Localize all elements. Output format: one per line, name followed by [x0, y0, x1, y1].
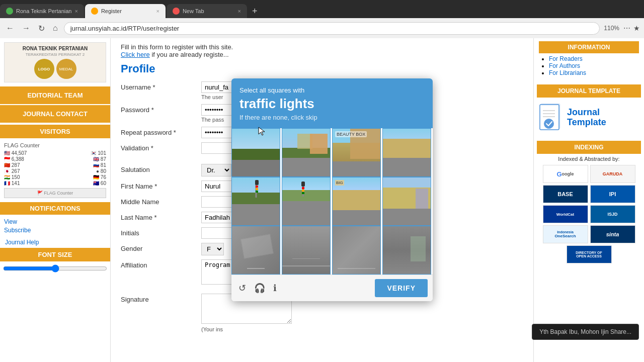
worldcat-logo: WorldCat — [543, 205, 588, 223]
captcha-header-small: Select all squares with — [239, 86, 425, 94]
information-section: INFORMATION For Readers For Authors For … — [534, 38, 644, 81]
captcha-cell-2[interactable] — [282, 128, 331, 177]
visitors-section-title: VISITORS — [0, 125, 110, 138]
refresh-button[interactable]: ↻ — [36, 23, 47, 34]
for-authors-link[interactable]: For Authors — [549, 62, 580, 69]
first-name-label: First Name * — [121, 180, 201, 190]
editorial-team-button[interactable]: EDITORIAL TEAM — [0, 86, 110, 104]
indexing-logos: Google GARUDA BASE IPI WorldCat ISJD — [537, 165, 641, 263]
garuda-logo: GARUDA — [590, 165, 635, 183]
tab-newtab[interactable]: New Tab × — [167, 4, 247, 18]
forward-button[interactable]: → — [20, 23, 32, 34]
notifications-links: View Subscribe — [0, 215, 110, 237]
click-here-link[interactable]: Click here — [121, 51, 150, 58]
salutation-select[interactable]: Dr.Mr.Mrs.Ms. — [201, 164, 231, 176]
signature-label: Signature — [121, 294, 201, 303]
captcha-refresh-button[interactable]: ↺ — [236, 281, 248, 296]
for-readers-link[interactable]: For Readers — [549, 55, 583, 62]
indexing-subtitle: Indexed & Abstracted by: — [537, 156, 641, 162]
middle-name-label: Middle Name — [121, 196, 201, 206]
password-label: Password * — [121, 104, 201, 114]
captcha-header: Select all squares with traffic lights I… — [231, 78, 433, 128]
information-title: INFORMATION — [539, 41, 639, 53]
font-size-slider[interactable] — [3, 264, 107, 273]
base-logo: BASE — [543, 185, 588, 203]
tab-label-rona: Rona Teknik Pertanian — [16, 8, 71, 14]
profile-title: Profile — [121, 62, 523, 75]
font-size-bar[interactable] — [0, 261, 110, 277]
zoom-level: 110% — [604, 25, 619, 32]
captcha-cell-3[interactable]: BEAUTY BOX — [332, 128, 381, 177]
captcha-cell-6[interactable]: ✓ — [282, 177, 331, 226]
captcha-cell-11[interactable] — [332, 226, 381, 275]
google-scholar-logo: Google — [543, 165, 588, 183]
captcha-cell-9[interactable] — [231, 226, 280, 275]
affiliation-label: Affiliation — [121, 259, 201, 269]
flag-counter: FLAG Counter 🇺🇸 44,507🇰🇷 101 🇮🇩 6,388🇬🇧 … — [0, 138, 110, 202]
tab-close-rona[interactable]: × — [74, 8, 77, 14]
extensions-button[interactable]: ⋯ — [623, 24, 630, 32]
notifications-subscribe-link[interactable]: Subscribe — [4, 227, 31, 234]
tab-label-newtab: New Tab — [183, 8, 204, 14]
tab-favicon-newtab — [173, 8, 180, 15]
home-button[interactable]: ⌂ — [51, 23, 60, 34]
notification-popup: Yth Bapak Ibu, Mohon Ijin Share... — [532, 324, 639, 340]
tab-rona[interactable]: Rona Teknik Pertanian × — [0, 4, 84, 18]
captcha-verify-button[interactable]: VERIFY — [375, 279, 428, 297]
journal-template-content: Journal Template — [537, 101, 641, 135]
journal-template-text: Journal Template — [567, 108, 639, 128]
username-label: Username * — [121, 81, 201, 91]
address-bar: ← → ↻ ⌂ 110% ⋯ ★ — [0, 18, 644, 38]
tab-favicon-rona — [6, 8, 13, 15]
new-tab-button[interactable]: + — [248, 4, 262, 18]
tab-close-newtab[interactable]: × — [237, 8, 240, 14]
onesearch-logo: indonesia OneSearch — [543, 225, 588, 243]
captcha-grid: BEAUTY BOX ✓ — [231, 128, 433, 275]
back-button[interactable]: ← — [4, 23, 16, 34]
address-input[interactable] — [64, 22, 600, 35]
captcha-info-button[interactable]: ℹ — [271, 281, 279, 296]
notifications-title: NOTIFICATIONS — [0, 202, 110, 215]
captcha-header-sub: If there are none, click skip — [239, 114, 425, 121]
journal-contact-button[interactable]: JOURNAL CONTACT — [0, 105, 110, 123]
salutation-label: Salutation — [121, 164, 201, 173]
journal-template-title: JOURNAL TEMPLATE — [537, 84, 641, 98]
sinta-logo: sinta — [590, 225, 635, 243]
indexing-title: INDEXING — [537, 141, 641, 154]
captcha-footer: ↺ 🎧 ℹ VERIFY — [231, 275, 433, 301]
captcha-cell-12[interactable] — [382, 226, 431, 275]
signature-hint: (Your ins — [201, 326, 292, 332]
favorites-button[interactable]: ★ — [633, 24, 640, 32]
captcha-cell-7[interactable]: BIG — [332, 177, 381, 226]
right-sidebar: INFORMATION For Readers For Authors For … — [533, 38, 644, 362]
flag-counter-label: FLAG Counter — [4, 142, 40, 148]
svg-point-5 — [544, 119, 554, 129]
captcha-overlay: Select all squares with traffic lights I… — [231, 78, 433, 301]
site-logo: RONA TEKNIK PERTANIAN TERAKREDITASI PERI… — [0, 38, 110, 86]
indexing-section: INDEXING Indexed & Abstracted by: Google… — [534, 138, 644, 266]
captcha-audio-button[interactable]: 🎧 — [252, 281, 267, 296]
doaj-logo: DIRECTORY OF OPEN ACCESS — [567, 245, 612, 263]
tab-label-register: Register — [101, 8, 122, 14]
tab-register[interactable]: Register × — [85, 4, 166, 18]
left-sidebar: RONA TEKNIK PERTANIAN TERAKREDITASI PERI… — [0, 38, 111, 362]
captcha-cell-10[interactable] — [282, 226, 331, 275]
tab-favicon-register — [91, 8, 98, 15]
isjd-logo: ISJD — [590, 205, 635, 223]
page-header: Fill in this form to register with this … — [121, 43, 523, 58]
captcha-header-title: traffic lights — [239, 96, 425, 112]
gender-select[interactable]: FM — [201, 243, 224, 255]
captcha-cell-8[interactable] — [382, 177, 431, 226]
journal-help-link[interactable]: Journal Help — [0, 237, 110, 248]
captcha-cell-1[interactable] — [231, 128, 280, 177]
validation-label: Validation * — [121, 142, 201, 152]
journal-template-section: JOURNAL TEMPLATE Journal Template — [534, 81, 644, 138]
notifications-view-link[interactable]: View — [4, 218, 17, 225]
journal-template-icon — [539, 103, 564, 133]
captcha-cell-4[interactable] — [382, 128, 431, 177]
tab-close-register[interactable]: × — [156, 8, 159, 14]
captcha-cell-5[interactable]: ✓ — [231, 177, 280, 226]
initials-label: Initials — [121, 227, 201, 237]
ipi-logo: IPI — [590, 185, 635, 203]
for-librarians-link[interactable]: For Librarians — [549, 69, 586, 76]
